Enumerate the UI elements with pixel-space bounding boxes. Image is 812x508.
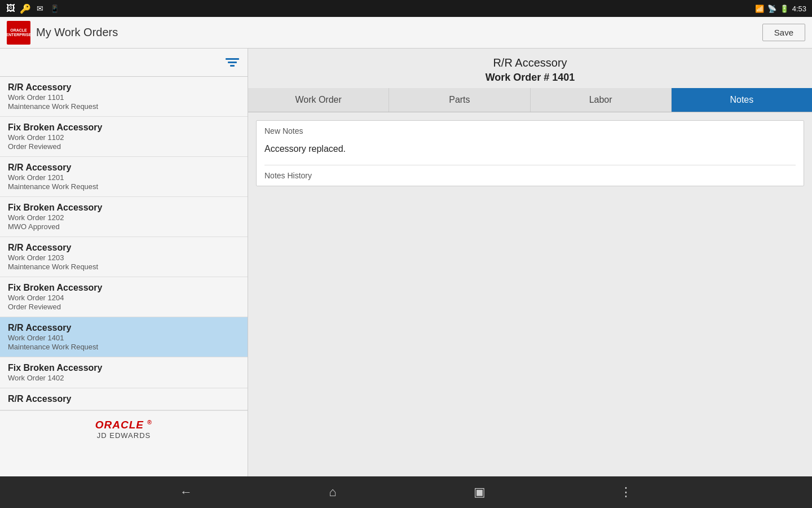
list-item-sub2: MWO Approved (8, 222, 240, 231)
back-button[interactable]: ← (172, 478, 200, 506)
list-item-sub1: Work Order 1203 (8, 253, 240, 262)
svg-rect-0 (226, 58, 239, 60)
list-item[interactable]: R/R Accessory (0, 388, 248, 410)
more-button[interactable]: ⋮ (612, 478, 640, 506)
list-item-sub2: Maintenance Work Request (8, 262, 240, 271)
app-title: My Work Orders (36, 26, 118, 39)
status-bar-left: 🖼 🔑 ✉ 📱 (6, 5, 60, 12)
image-icon: 🖼 (6, 5, 16, 12)
email-icon: ✉ (35, 5, 45, 12)
oracle-logo-text: ORACLEENTERPRISE (6, 28, 32, 37)
recent-button[interactable]: ▣ (465, 478, 493, 506)
list-item-sub1: Work Order 1204 (8, 294, 240, 302)
save-button[interactable]: Save (762, 24, 805, 41)
clock: 4:53 (792, 5, 806, 13)
notes-input[interactable] (264, 139, 796, 159)
wifi-icon: 📡 (767, 5, 776, 13)
list-item[interactable]: Fix Broken Accessory Work Order 1402 (0, 357, 248, 388)
list-item[interactable]: R/R Accessory Work Order 1101 Maintenanc… (0, 77, 248, 117)
list-item-sub2: Maintenance Work Request (8, 343, 240, 351)
signal-icon: 📶 (755, 5, 764, 13)
status-bar: 🖼 🔑 ✉ 📱 📶 📡 🔋 4:53 (0, 0, 812, 17)
list-item-selected[interactable]: R/R Accessory Work Order 1401 Maintenanc… (0, 317, 248, 357)
list-item-sub1: Work Order 1201 (8, 173, 240, 182)
sidebar-filter-bar (0, 49, 248, 77)
list-item-title: R/R Accessory (8, 394, 240, 404)
notes-card: New Notes Notes History (256, 120, 804, 186)
oracle-footer: ORACLE ® JD EDWARDS (0, 410, 248, 444)
notes-history-label: Notes History (264, 171, 796, 180)
list-item[interactable]: R/R Accessory Work Order 1201 Maintenanc… (0, 157, 248, 197)
list-item-title: Fix Broken Accessory (8, 122, 240, 133)
main-layout: R/R Accessory Work Order 1101 Maintenanc… (0, 49, 812, 476)
list-item-title: Fix Broken Accessory (8, 203, 240, 213)
app-header: ORACLEENTERPRISE My Work Orders Save (0, 17, 812, 49)
list-item-sub1: Work Order 1202 (8, 213, 240, 222)
battery-icon: 🔋 (780, 5, 789, 13)
jde-brand: JD EDWARDS (97, 431, 151, 440)
list-item[interactable]: Fix Broken Accessory Work Order 1204 Ord… (0, 277, 248, 317)
list-item-title: R/R Accessory (8, 82, 240, 93)
list-item-sub2: Maintenance Work Request (8, 102, 240, 111)
filter-icon[interactable] (224, 54, 241, 71)
content-header-subtitle: Work Order # 1401 (248, 72, 812, 84)
list-item-sub2: Order Reviewed (8, 303, 240, 311)
key-icon: 🔑 (20, 5, 30, 12)
list-item[interactable]: R/R Accessory Work Order 1203 Maintenanc… (0, 237, 248, 277)
svg-rect-1 (228, 62, 237, 63)
tab-labor[interactable]: Labor (531, 88, 672, 112)
app-header-left: ORACLEENTERPRISE My Work Orders (7, 21, 118, 45)
list-item-title: R/R Accessory (8, 163, 240, 173)
phone-icon: 📱 (50, 5, 60, 12)
new-notes-label: New Notes (264, 126, 796, 135)
oracle-logo: ORACLEENTERPRISE (7, 21, 30, 45)
list-item-title: Fix Broken Accessory (8, 283, 240, 293)
list-item-title: R/R Accessory (8, 323, 240, 333)
list-item-sub1: Work Order 1101 (8, 93, 240, 102)
bottom-nav: ← ⌂ ▣ ⋮ (0, 476, 812, 508)
list-item-title: Fix Broken Accessory (8, 363, 240, 373)
content-header-title: R/R Accessory (248, 56, 812, 69)
tabs-bar: Work Order Parts Labor Notes (248, 88, 812, 112)
oracle-brand: ORACLE ® (95, 419, 152, 431)
tab-work-order[interactable]: Work Order (248, 88, 389, 112)
list-item-sub1: Work Order 1402 (8, 374, 240, 382)
notes-content: New Notes Notes History (248, 112, 812, 476)
list-item[interactable]: Fix Broken Accessory Work Order 1102 Ord… (0, 117, 248, 157)
home-button[interactable]: ⌂ (319, 478, 347, 506)
list-item-sub1: Work Order 1102 (8, 133, 240, 142)
notes-divider (264, 165, 796, 165)
svg-rect-2 (230, 65, 235, 67)
list-item-sub2: Order Reviewed (8, 142, 240, 151)
status-bar-right: 📶 📡 🔋 4:53 (755, 5, 806, 13)
tab-notes[interactable]: Notes (672, 88, 812, 112)
list-item-sub2: Maintenance Work Request (8, 182, 240, 191)
list-item[interactable]: Fix Broken Accessory Work Order 1202 MWO… (0, 197, 248, 237)
tab-parts[interactable]: Parts (389, 88, 530, 112)
sidebar: R/R Accessory Work Order 1101 Maintenanc… (0, 49, 248, 476)
content-area: R/R Accessory Work Order # 1401 Work Ord… (248, 49, 812, 476)
list-item-sub1: Work Order 1401 (8, 334, 240, 342)
list-item-title: R/R Accessory (8, 243, 240, 253)
content-header: R/R Accessory Work Order # 1401 (248, 49, 812, 88)
